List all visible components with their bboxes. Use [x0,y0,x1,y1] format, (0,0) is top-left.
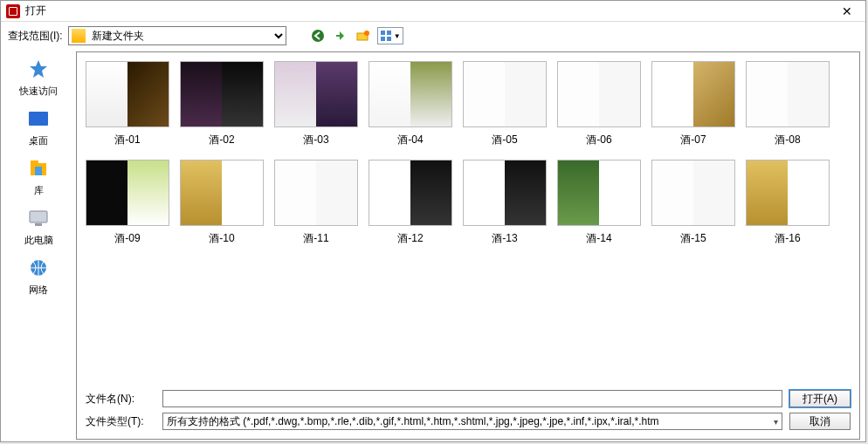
filetype-select[interactable]: 所有支持的格式 (*.pdf,*.dwg,*.bmp,*.rle,*.dib,*… [162,413,782,430]
place-label: 此电脑 [24,234,53,247]
chevron-down-icon: ▼ [394,32,401,40]
filetype-value: 所有支持的格式 (*.pdf,*.dwg,*.bmp,*.rle,*.dib,*… [167,414,659,429]
thumbnail [746,160,830,226]
file-item[interactable]: 酒-02 [175,61,269,147]
filename-label: 文件名(N): [86,392,155,406]
file-name: 酒-06 [586,133,611,147]
file-name: 酒-10 [209,231,234,246]
lookin-label: 查找范围(I): [8,29,63,44]
file-item[interactable]: 酒-05 [458,61,552,147]
file-item[interactable]: 酒-10 [175,160,269,246]
titlebar: 打开 ✕ [1,1,865,22]
new-folder-icon[interactable] [355,27,372,44]
file-grid: 酒-01酒-02酒-03酒-04酒-05酒-06酒-07酒-08酒-09酒-10… [77,52,859,383]
file-item[interactable]: 酒-12 [363,160,458,246]
desktop-icon [23,106,54,133]
file-name: 酒-07 [680,133,706,147]
file-name: 酒-14 [586,231,611,246]
file-item[interactable]: 酒-13 [458,160,552,246]
toolbar: 查找范围(I): 新建文件夹 ▼ [1,22,865,50]
svg-rect-6 [387,37,391,41]
close-icon[interactable]: ✕ [834,4,860,18]
svg-rect-3 [381,31,385,35]
place-label: 快速访问 [19,85,58,98]
up-icon[interactable] [332,27,349,44]
svg-rect-9 [31,161,38,164]
filename-input[interactable] [162,390,782,407]
back-icon[interactable] [309,27,327,44]
svg-rect-5 [381,37,385,41]
thumbnail [463,160,547,226]
thumbnail [557,160,641,226]
thumbnail [651,160,735,226]
thumbnail [651,61,735,127]
open-dialog: 打开 ✕ 查找范围(I): 新建文件夹 ▼ 快速访问桌面库此电脑网络 酒-01酒… [0,0,866,442]
file-name: 酒-15 [680,231,706,246]
open-button[interactable]: 打开(A) [789,390,851,407]
bottom-panel: 文件名(N): 打开(A) 文件类型(T): 所有支持的格式 (*.pdf,*.… [77,383,859,439]
file-item[interactable]: 酒-06 [552,61,646,147]
file-name: 酒-12 [397,231,423,246]
place-desktop[interactable]: 桌面 [7,106,70,147]
thumbnail [274,61,358,127]
file-item[interactable]: 酒-09 [80,160,175,246]
places-bar: 快速访问桌面库此电脑网络 [1,50,76,441]
file-name: 酒-04 [397,133,423,147]
thumbnail [557,61,641,127]
file-item[interactable]: 酒-07 [646,61,741,147]
thumbnail [369,61,452,127]
thumbnail [180,61,264,127]
file-item[interactable]: 酒-15 [646,160,741,246]
thispc-icon [23,206,54,232]
file-item[interactable]: 酒-16 [741,160,835,246]
quickaccess-icon [23,57,54,83]
file-item[interactable]: 酒-04 [363,61,458,147]
thumbnail [369,160,452,226]
place-label: 网络 [29,283,48,297]
thumbnail [746,61,830,127]
window-title: 打开 [25,3,834,18]
place-label: 库 [34,184,44,197]
place-thispc[interactable]: 此电脑 [7,206,70,247]
file-item[interactable]: 酒-08 [741,61,835,147]
file-name: 酒-02 [209,133,234,147]
filetype-label: 文件类型(T): [86,414,155,429]
place-libraries[interactable]: 库 [7,156,70,197]
place-network[interactable]: 网络 [7,256,70,297]
file-name: 酒-08 [775,133,800,147]
svg-point-2 [364,31,369,36]
svg-point-0 [312,30,324,42]
thumbnail [180,160,264,226]
svg-rect-4 [387,31,391,35]
file-name: 酒-01 [114,133,140,147]
file-name: 酒-05 [492,133,517,147]
thumbnail [274,160,358,226]
file-item[interactable]: 酒-01 [80,61,175,147]
place-quickaccess[interactable]: 快速访问 [7,57,70,98]
app-icon [6,4,20,18]
thumbnail [86,160,169,226]
libraries-icon [23,156,54,182]
place-label: 桌面 [29,134,48,147]
svg-rect-11 [30,211,47,222]
views-icon[interactable]: ▼ [377,27,403,44]
svg-rect-10 [35,167,42,175]
main-panel: 酒-01酒-02酒-03酒-04酒-05酒-06酒-07酒-08酒-09酒-10… [76,51,860,440]
file-name: 酒-16 [775,231,800,246]
svg-rect-7 [29,112,48,126]
thumbnail [86,61,169,127]
file-item[interactable]: 酒-14 [552,160,646,246]
lookin-select[interactable]: 新建文件夹 [68,26,286,45]
file-name: 酒-13 [492,231,517,246]
file-name: 酒-03 [303,133,328,147]
file-item[interactable]: 酒-11 [269,160,363,246]
file-name: 酒-09 [114,231,140,246]
network-icon [23,256,54,282]
file-item[interactable]: 酒-03 [269,61,363,147]
file-name: 酒-11 [303,231,328,246]
cancel-button[interactable]: 取消 [789,413,851,430]
thumbnail [463,61,547,127]
svg-rect-12 [35,223,42,226]
